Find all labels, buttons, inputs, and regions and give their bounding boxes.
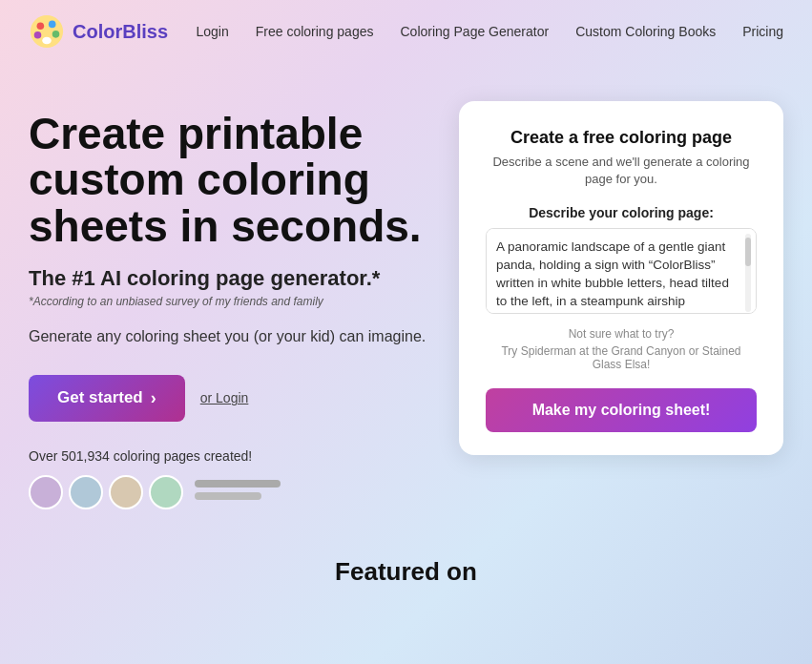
- rating-bar-2: [195, 492, 261, 500]
- rating-text: [195, 480, 281, 505]
- logo-text: ColorBliss: [73, 21, 168, 43]
- avatar-4: [149, 475, 183, 509]
- hero-section: Create printable custom coloring sheets …: [0, 63, 812, 529]
- or-login-link[interactable]: or Login: [200, 390, 249, 405]
- chevron-right-icon: ›: [151, 388, 156, 408]
- get-started-label: Get started: [57, 388, 143, 407]
- card-label: Describe your coloring page:: [486, 205, 757, 220]
- avatar-2: [69, 475, 103, 509]
- pages-count: Over 501,934 coloring pages created!: [29, 448, 429, 464]
- hero-subtitle: The #1 AI coloring page generator.*: [29, 266, 429, 291]
- scrollbar-thumb[interactable]: [745, 238, 751, 266]
- coloring-card: Create a free coloring page Describe a s…: [459, 101, 783, 455]
- navbar: ColorBliss Login Free coloring pages Col…: [0, 0, 812, 63]
- avatar-1: [29, 475, 63, 509]
- featured-title: Featured on: [29, 557, 783, 587]
- card-title: Create a free coloring page: [486, 128, 757, 148]
- login-link[interactable]: Login: [196, 24, 228, 39]
- avatar-3: [109, 475, 143, 509]
- hero-description: Generate any coloring sheet you (or your…: [29, 325, 429, 348]
- make-coloring-sheet-button[interactable]: Make my coloring sheet!: [486, 388, 757, 432]
- textarea-wrapper: [486, 228, 757, 318]
- logo[interactable]: ColorBliss: [29, 13, 168, 50]
- card-hint-examples: Try Spiderman at the Grand Canyon or Sta…: [486, 344, 757, 371]
- featured-section: Featured on: [0, 529, 812, 606]
- cta-row: Get started › or Login: [29, 375, 429, 422]
- hero-left: Create printable custom coloring sheets …: [29, 101, 429, 509]
- svg-point-5: [42, 37, 52, 45]
- svg-point-2: [49, 21, 56, 29]
- pricing-link[interactable]: Pricing: [742, 24, 783, 39]
- svg-point-4: [34, 31, 42, 39]
- nav-links: Login Free coloring pages Coloring Page …: [196, 23, 783, 40]
- hero-disclaimer: *According to an unbiased survey of my f…: [29, 295, 429, 308]
- free-coloring-pages-link[interactable]: Free coloring pages: [256, 24, 374, 39]
- get-started-button[interactable]: Get started ›: [29, 375, 185, 422]
- svg-point-1: [37, 23, 45, 31]
- custom-coloring-books-link[interactable]: Custom Coloring Books: [575, 24, 716, 39]
- svg-point-3: [52, 31, 60, 38]
- card-hint: Not sure what to try?: [486, 327, 757, 341]
- make-sheet-label: Make my coloring sheet!: [532, 402, 711, 418]
- rating-bar-1: [195, 480, 281, 488]
- hero-title: Create printable custom coloring sheets …: [29, 111, 429, 249]
- coloring-page-generator-link[interactable]: Coloring Page Generator: [400, 24, 549, 39]
- scrollbar-track: [745, 234, 751, 312]
- palette-icon: [29, 13, 65, 50]
- avatars-row: [29, 475, 429, 509]
- coloring-description-input[interactable]: [486, 228, 757, 314]
- card-subtitle: Describe a scene and we'll generate a co…: [486, 154, 757, 188]
